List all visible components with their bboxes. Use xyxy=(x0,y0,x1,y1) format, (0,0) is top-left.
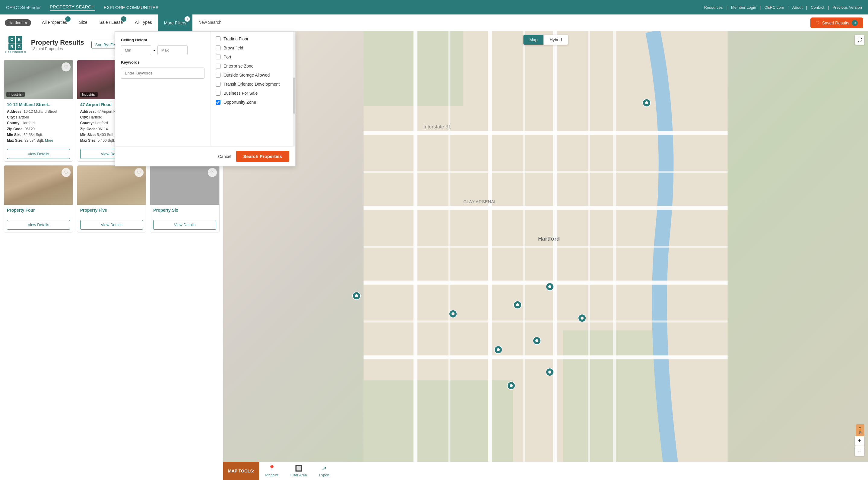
svg-rect-5 xyxy=(364,206,728,210)
pinpoint-icon: 📍 xyxy=(268,465,276,472)
map-panel: Interstate 91 CLAY ARSENAL Hartford Map … xyxy=(223,31,868,480)
svg-rect-4 xyxy=(364,131,728,135)
ceiling-min-input[interactable] xyxy=(121,45,151,55)
ceiling-row: - xyxy=(121,45,205,55)
nav-cerc[interactable]: CERC.com xyxy=(764,5,784,10)
map-pin-9[interactable] xyxy=(546,368,554,376)
favorite-button-6[interactable]: ♡ xyxy=(208,168,217,177)
map-zoom-in-button[interactable]: + xyxy=(855,436,864,446)
view-details-button-4[interactable]: View Details xyxy=(7,220,70,230)
trading-floor-checkbox[interactable] xyxy=(216,36,220,41)
tab-sale-lease[interactable]: 1 Sale / Lease xyxy=(93,14,129,31)
map-pin-8[interactable] xyxy=(494,346,502,354)
saved-results-label: Saved Results xyxy=(822,21,849,25)
active-filter-tag[interactable]: Hartford ✕ xyxy=(5,19,31,26)
tab-size[interactable]: Size xyxy=(73,14,93,31)
property-card-5[interactable]: ♡ Property Five View Details xyxy=(77,165,147,232)
map-pin-1[interactable] xyxy=(642,99,651,107)
nav-right: Resources | Member Login | CERC.com | Ab… xyxy=(704,5,862,10)
map-pin-3[interactable] xyxy=(449,310,457,318)
property-card-6[interactable]: ♡ Property Six View Details xyxy=(150,165,220,232)
checkbox-business-for-sale: Business For Sale xyxy=(216,91,290,96)
tab-new-search[interactable]: New Search xyxy=(192,14,227,31)
svg-rect-14 xyxy=(364,320,728,323)
scrollbar-track xyxy=(293,32,295,146)
filter-tag-close-icon[interactable]: ✕ xyxy=(25,21,27,25)
nav-about[interactable]: About xyxy=(792,5,803,10)
map-zoom-out-button[interactable]: − xyxy=(855,446,864,456)
map-view-hybrid-button[interactable]: Hybrid xyxy=(544,35,568,44)
business-for-sale-checkbox[interactable] xyxy=(216,91,220,96)
dropdown-footer: Cancel Search Properties xyxy=(115,146,295,166)
cancel-button[interactable]: Cancel xyxy=(218,154,231,159)
enterprise-zone-checkbox[interactable] xyxy=(216,64,220,68)
property-image-5: ♡ xyxy=(77,165,146,205)
opportunity-zone-checkbox[interactable] xyxy=(216,100,220,105)
outside-storage-checkbox[interactable] xyxy=(216,73,220,77)
dropdown-right: Trading Floor Brownfield Port Enterprise… xyxy=(211,32,295,146)
map-pin-4[interactable] xyxy=(513,300,522,309)
view-details-button-6[interactable]: View Details xyxy=(153,220,216,230)
nav-previous-version[interactable]: Previous Version xyxy=(832,5,862,10)
map-view-toggle: Map Hybrid xyxy=(523,35,568,44)
tab-all-properties[interactable]: 1 All Properties xyxy=(36,14,73,31)
brownfield-checkbox[interactable] xyxy=(216,45,220,50)
tab-size-label: Size xyxy=(79,20,87,25)
nav-contact[interactable]: Contact xyxy=(811,5,824,10)
favorite-button-1[interactable]: ♡ xyxy=(62,62,70,71)
map-view-map-button[interactable]: Map xyxy=(523,35,544,44)
nav-property-search[interactable]: PROPERTY SEARCH xyxy=(50,4,95,10)
filter-area-label: Filter Area xyxy=(290,473,307,477)
keywords-input[interactable] xyxy=(121,68,205,79)
map-pin-7[interactable] xyxy=(533,337,541,345)
svg-text:Hartford: Hartford xyxy=(538,236,560,242)
view-details-button-5[interactable]: View Details xyxy=(80,220,143,230)
nav-resources[interactable]: Resources xyxy=(704,5,723,10)
favorite-button-4[interactable]: ♡ xyxy=(62,168,70,177)
transit-oriented-checkbox[interactable] xyxy=(216,82,220,87)
business-for-sale-label: Business For Sale xyxy=(223,91,258,96)
map-tool-export[interactable]: ↗ Export xyxy=(313,462,335,480)
tab-all-types[interactable]: All Types xyxy=(129,14,158,31)
street-view-person[interactable]: 🚶 xyxy=(856,424,864,436)
brand-label: CERC SiteFinder xyxy=(6,5,41,10)
map-expand-button[interactable]: ⛶ xyxy=(855,35,864,44)
port-label: Port xyxy=(223,55,231,59)
ceiling-max-input[interactable] xyxy=(157,45,188,55)
pinpoint-label: Pinpoint xyxy=(265,473,278,477)
logo-c: C xyxy=(8,36,15,43)
nav-left: CERC SiteFinder PROPERTY SEARCH EXPLORE … xyxy=(6,4,158,10)
ceiling-height-label: Ceiling Height xyxy=(121,38,205,42)
view-details-button-1[interactable]: View Details xyxy=(7,149,70,159)
map-zoom-controls: + − xyxy=(855,436,864,456)
map-pin-2[interactable] xyxy=(352,292,361,300)
expand-icon: ⛶ xyxy=(858,38,862,42)
nav-explore-communities[interactable]: EXPLORE COMMUNITIES xyxy=(104,5,159,10)
scrollbar-thumb[interactable] xyxy=(293,77,295,114)
favorite-button-5[interactable]: ♡ xyxy=(134,168,144,177)
property-card-1[interactable]: ♡ Industrial 10-12 Midland Street... Add… xyxy=(4,60,73,162)
more-link-1[interactable]: More xyxy=(45,138,53,142)
tab-more-badge: 1 xyxy=(185,16,190,22)
tab-more-filters[interactable]: 1 More Filters xyxy=(158,14,192,31)
tab-more-label: More Filters xyxy=(164,21,186,25)
saved-results-button[interactable]: ♡ Saved Results 0 xyxy=(810,18,863,28)
map-tool-filter-area[interactable]: 🔲 Filter Area xyxy=(284,462,313,480)
map-tools-bar: MAP TOOLS: 📍 Pinpoint 🔲 Filter Area ↗ Ex… xyxy=(223,462,868,480)
property-card-4[interactable]: ♡ Property Four View Details xyxy=(4,165,73,232)
property-info-1: 10-12 Midland Street... Address: 10-12 M… xyxy=(4,99,73,147)
checkbox-port: Port xyxy=(216,55,290,59)
svg-rect-16 xyxy=(523,31,525,480)
brownfield-label: Brownfield xyxy=(223,45,243,50)
map-tool-pinpoint[interactable]: 📍 Pinpoint xyxy=(259,462,284,480)
search-properties-button[interactable]: Search Properties xyxy=(236,151,289,162)
nav-member-login[interactable]: Member Login xyxy=(731,5,756,10)
port-checkbox[interactable] xyxy=(216,55,220,59)
checkbox-brownfield: Brownfield xyxy=(216,45,290,50)
map-background: Interstate 91 CLAY ARSENAL Hartford xyxy=(223,31,868,480)
enterprise-zone-label: Enterprise Zone xyxy=(223,64,254,68)
transit-oriented-label: Transit Oriented Development xyxy=(223,82,280,87)
map-pin-10[interactable] xyxy=(507,381,516,390)
filter-tag-label: Hartford xyxy=(8,21,23,25)
svg-rect-7 xyxy=(364,355,728,359)
